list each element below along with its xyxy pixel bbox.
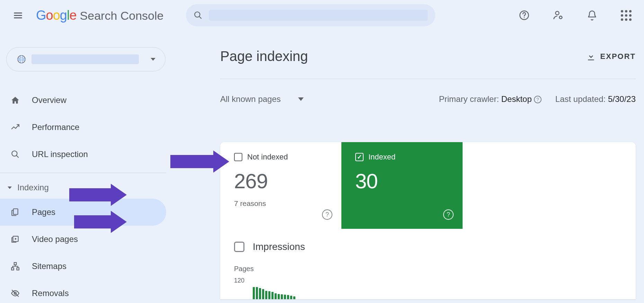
tile-indexed[interactable]: Indexed 30 ?	[341, 142, 463, 229]
sidebar-item-overview[interactable]: Overview	[0, 87, 166, 114]
property-name-redacted	[32, 54, 139, 64]
sidebar-item-label: Pages	[32, 207, 55, 217]
impressions-toggle[interactable]: Impressions	[220, 229, 636, 252]
page-header: Page indexing EXPORT	[220, 49, 636, 79]
top-icon-bar	[516, 7, 634, 24]
chevron-down-icon	[8, 187, 12, 189]
svg-rect-12	[14, 209, 18, 214]
indexing-card: Not indexed 269 7 reasons ? Indexed 30 ?…	[220, 142, 636, 299]
search-icon	[194, 11, 203, 20]
filter-row: All known pages Primary crawler: Desktop…	[220, 94, 636, 104]
export-button[interactable]: EXPORT	[587, 52, 636, 61]
help-icon[interactable]: ?	[534, 96, 542, 103]
sidebar-divider	[0, 173, 166, 173]
download-icon	[587, 52, 596, 61]
meta-info: Primary crawler: Desktop? Last updated: …	[439, 94, 636, 104]
pages-icon	[10, 207, 20, 217]
sidebar-item-performance[interactable]: Performance	[0, 114, 166, 141]
sidebar-item-label: Overview	[32, 95, 66, 105]
svg-rect-17	[17, 268, 19, 270]
primary-crawler: Primary crawler: Desktop?	[439, 94, 542, 104]
apps-grid-icon	[621, 10, 632, 21]
sidebar-item-label: Sitemaps	[32, 261, 66, 271]
last-updated: Last updated: 5/30/23	[555, 94, 636, 104]
product-name: Search Console	[80, 9, 164, 23]
page-title: Page indexing	[220, 49, 308, 64]
visibility-off-icon	[10, 288, 20, 298]
google-apps-button[interactable]	[618, 7, 634, 24]
export-label: EXPORT	[600, 52, 636, 61]
chart-bars	[253, 275, 295, 299]
svg-marker-14	[15, 238, 17, 240]
checkbox-unchecked-icon[interactable]	[234, 153, 242, 161]
pages-chart: Pages 120	[220, 252, 636, 299]
svg-point-5	[560, 16, 562, 19]
svg-point-4	[556, 11, 559, 15]
home-icon	[10, 95, 20, 105]
indexed-count: 30	[355, 169, 449, 193]
top-bar: Google Search Console	[0, 0, 644, 31]
video-pages-icon	[10, 234, 20, 244]
search-input-redacted[interactable]	[209, 10, 428, 21]
updated-value: 5/30/23	[608, 94, 636, 104]
main-content: Page indexing EXPORT All known pages Pri…	[220, 49, 636, 299]
crawler-label: Primary crawler:	[439, 94, 501, 104]
help-icon	[519, 10, 529, 20]
search-bar[interactable]	[186, 4, 435, 26]
chevron-down-icon	[298, 97, 304, 101]
chevron-down-icon	[151, 58, 155, 61]
sidebar-item-video-pages[interactable]: Video pages	[0, 226, 166, 253]
tile-label: Indexed	[368, 153, 395, 162]
sidebar-item-label: Removals	[32, 288, 69, 298]
notifications-button[interactable]	[584, 7, 600, 24]
bell-icon	[587, 10, 597, 20]
help-icon[interactable]: ?	[322, 209, 332, 220]
help-icon[interactable]: ?	[443, 209, 454, 220]
svg-rect-16	[11, 268, 14, 270]
google-wordmark: Google	[36, 8, 77, 23]
impressions-label: Impressions	[253, 241, 305, 252]
y-axis-tick: 120	[234, 275, 244, 299]
sidebar-item-label: Performance	[32, 122, 79, 132]
status-tiles: Not indexed 269 7 reasons ? Indexed 30 ?	[220, 142, 636, 229]
help-button[interactable]	[516, 7, 533, 24]
sitemap-icon	[10, 261, 20, 271]
sidebar-item-sitemaps[interactable]: Sitemaps	[0, 253, 166, 280]
property-selector[interactable]	[6, 47, 166, 71]
sidebar: Overview Performance URL inspection Inde…	[0, 87, 166, 303]
sidebar-section-label: Indexing	[17, 183, 49, 192]
checkbox-checked-icon[interactable]	[355, 153, 364, 161]
svg-line-1	[199, 16, 202, 19]
crawler-value: Desktop	[501, 94, 532, 104]
page-filter-dropdown[interactable]: All known pages	[220, 94, 304, 104]
sidebar-item-pages[interactable]: Pages	[0, 199, 166, 226]
chart-title: Pages	[234, 265, 622, 273]
not-indexed-count: 269	[234, 169, 328, 193]
trend-icon	[10, 122, 20, 132]
sidebar-item-removals[interactable]: Removals	[0, 280, 166, 303]
user-settings-button[interactable]	[550, 7, 566, 24]
main-menu-button[interactable]	[10, 7, 26, 24]
product-logo[interactable]: Google Search Console	[36, 8, 164, 23]
svg-line-11	[16, 155, 19, 158]
sidebar-section-indexing[interactable]: Indexing	[0, 176, 166, 199]
hamburger-icon	[14, 11, 22, 19]
not-indexed-reasons: 7 reasons	[234, 199, 328, 208]
svg-rect-15	[14, 262, 17, 265]
sidebar-item-label: Video pages	[32, 234, 78, 244]
svg-point-0	[195, 12, 200, 17]
globe-icon	[16, 54, 27, 64]
search-icon	[10, 149, 20, 159]
person-gear-icon	[553, 10, 563, 20]
sidebar-item-url-inspection[interactable]: URL inspection	[0, 141, 166, 168]
svg-point-3	[524, 17, 525, 18]
tile-not-indexed[interactable]: Not indexed 269 7 reasons ?	[220, 142, 341, 229]
svg-point-10	[12, 151, 17, 156]
filter-label: All known pages	[220, 94, 281, 104]
tile-label: Not indexed	[247, 153, 288, 162]
sidebar-item-label: URL inspection	[32, 149, 88, 159]
updated-label: Last updated:	[555, 94, 608, 104]
checkbox-unchecked-icon[interactable]	[234, 242, 244, 252]
